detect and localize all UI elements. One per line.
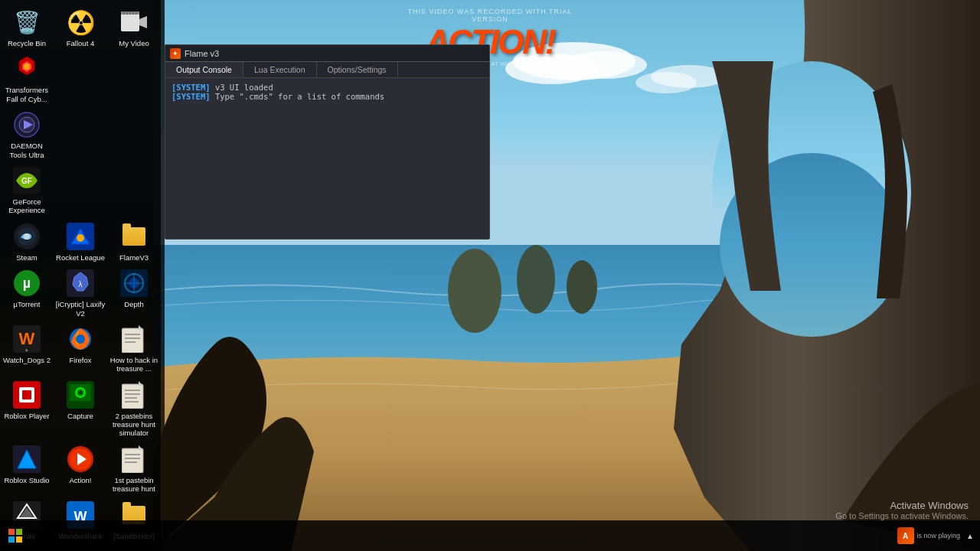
- svg-point-61: [78, 390, 83, 395]
- howtohack-icon[interactable]: How to hack in treasure ...: [107, 321, 161, 377]
- fallout4-label: Fallout 4: [67, 39, 94, 47]
- icon-row-3: DAEMON Tools Ultra: [0, 106, 161, 162]
- icon-row-4: GF GeForce Experience: [0, 162, 161, 218]
- console-line-1-text: v3 UI loaded: [215, 83, 273, 92]
- action-taskbar-label: is now playing: [917, 532, 961, 540]
- fallout4-icon[interactable]: ☢️ Fallout 4: [54, 4, 107, 51]
- taskbar-time-display: ▲: [966, 532, 974, 540]
- capture-label: Capture: [67, 412, 93, 420]
- svg-rect-73: [122, 448, 143, 473]
- svg-marker-59: [70, 401, 91, 404]
- capture-icon[interactable]: Capture: [54, 377, 107, 441]
- roblox-player-icon[interactable]: Roblox Player: [0, 377, 54, 441]
- rocket-league-icon[interactable]: Rocket League: [54, 218, 107, 265]
- flame-title-icon: ✦: [170, 48, 181, 59]
- icon-row-9: Roblox Studio Action!: [0, 441, 161, 497]
- start-button[interactable]: [0, 520, 31, 551]
- icryptic-icon[interactable]: λ [iCryptic] Laxify V2: [54, 265, 107, 321]
- activate-windows-subtitle: Go to Settings to activate Windows.: [835, 511, 969, 520]
- roblox-studio-icon[interactable]: Roblox Studio: [0, 441, 54, 497]
- 1stpastebin-icon[interactable]: 1st pastebin treasure hunt: [107, 441, 161, 497]
- svg-marker-15: [139, 16, 147, 28]
- flame-console: [SYSTEM] v3 UI loaded [SYSTEM] Type ".cm…: [165, 78, 489, 235]
- activate-windows-notice: Activate Windows Go to Settings to activ…: [835, 500, 969, 520]
- svg-point-7: [448, 249, 501, 333]
- svg-text:▴: ▴: [25, 347, 28, 352]
- action-taskbar-item: A is now playing: [897, 527, 961, 544]
- svg-rect-84: [16, 529, 22, 535]
- steam-label: Steam: [16, 253, 37, 262]
- icon-row-5: Steam Rocket League FlameV3: [0, 218, 161, 265]
- depth-icon[interactable]: Depth: [107, 265, 161, 321]
- svg-point-9: [567, 260, 597, 314]
- firefox-label: Firefox: [69, 356, 91, 364]
- svg-rect-13: [121, 13, 139, 31]
- sidebar: 🗑️ Recycle Bin ☢️ Fallout 4: [0, 0, 161, 551]
- daemon-tools-label: DAEMON Tools Ultra: [2, 142, 52, 159]
- flame-window: ✦ Flame v3 Output Console Lua Execution …: [165, 44, 490, 240]
- roblox-studio-label: Roblox Studio: [4, 476, 49, 484]
- trial-text: THIS VIDEO WAS RECORDED WITH TRIAL VERSI…: [398, 8, 582, 23]
- howtohack-label: How to hack in treasure ...: [109, 356, 159, 373]
- myvideo-icon[interactable]: My Video: [107, 4, 161, 51]
- watchdogs2-icon[interactable]: W ▴ Watch_Dogs 2: [0, 321, 54, 377]
- system-clock: ▲: [966, 532, 974, 540]
- flame-tabs: Output Console Lua Execution Options/Set…: [165, 62, 489, 78]
- console-line-1: [SYSTEM] v3 UI loaded: [172, 83, 483, 92]
- activate-windows-title: Activate Windows: [835, 500, 969, 511]
- flame-tab-options[interactable]: Options/Settings: [317, 62, 398, 77]
- taskbar-right: A is now playing ▲: [897, 527, 980, 544]
- firefox-icon[interactable]: Firefox: [54, 321, 107, 377]
- svg-rect-56: [22, 390, 31, 399]
- svg-point-47: [76, 334, 85, 344]
- steam-icon[interactable]: Steam: [0, 218, 54, 265]
- svg-point-34: [77, 234, 84, 242]
- svg-text:µ: µ: [23, 276, 31, 291]
- 2pastebins-label: 2 pastebins treasure hunt simulator: [109, 412, 159, 438]
- 1stpastebin-label: 1st pastebin treasure hunt: [109, 476, 159, 494]
- svg-rect-62: [122, 384, 143, 409]
- transformers-icon[interactable]: Transformers Fall of Cyb...: [0, 51, 54, 106]
- roblox-player-label: Roblox Player: [4, 412, 49, 420]
- geforce-label: GeForce Experience: [2, 197, 52, 215]
- svg-rect-85: [8, 536, 15, 543]
- svg-text:W: W: [19, 329, 35, 348]
- flame-tab-lua[interactable]: Lua Execution: [243, 62, 317, 77]
- svg-text:λ: λ: [79, 280, 83, 289]
- svg-marker-50: [139, 325, 143, 330]
- svg-point-5: [635, 72, 697, 93]
- utorrent-icon[interactable]: µ µTorrent: [0, 265, 54, 321]
- geforce-icon[interactable]: GF GeForce Experience: [0, 162, 54, 218]
- icon-row-6: µ µTorrent λ [iCryptic] Laxify V2: [0, 265, 161, 321]
- transformers-label: Transformers Fall of Cyb...: [2, 86, 52, 103]
- flame-title-bar: ✦ Flame v3: [165, 45, 489, 62]
- action-app-label: Action!: [69, 476, 91, 484]
- recycle-bin-label: Recycle Bin: [8, 39, 46, 47]
- svg-marker-63: [139, 381, 143, 386]
- rocket-league-label: Rocket League: [56, 253, 105, 262]
- myvideo-label: My Video: [119, 39, 149, 47]
- action-app-icon[interactable]: Action!: [54, 441, 107, 497]
- flamev3-label: FlameV3: [119, 253, 149, 262]
- flame-title-text: Flame v3: [185, 49, 219, 58]
- svg-rect-48: [122, 328, 143, 353]
- flamev3-folder-icon[interactable]: FlameV3: [107, 218, 161, 265]
- icon-row-7: W ▴ Watch_Dogs 2 Firefox: [0, 321, 161, 377]
- icon-row-1: 🗑️ Recycle Bin ☢️ Fallout 4: [0, 4, 161, 51]
- icon-row-2: Transformers Fall of Cyb...: [0, 51, 161, 106]
- taskbar: A is now playing ▲: [0, 520, 980, 551]
- console-line-2: [SYSTEM] Type ".cmds" for a list of comm…: [172, 92, 483, 101]
- depth-label: Depth: [124, 300, 143, 308]
- action-taskbar-icon: A: [897, 527, 914, 544]
- svg-point-8: [517, 245, 555, 314]
- 2pastebins-icon[interactable]: 2 pastebins treasure hunt simulator: [107, 377, 161, 441]
- console-line-2-text: Type ".cmds" for a list of commands: [215, 92, 384, 101]
- utorrent-label: µTorrent: [13, 300, 40, 308]
- icryptic-label: [iCryptic] Laxify V2: [55, 300, 106, 318]
- svg-point-23: [24, 64, 30, 70]
- svg-text:GF: GF: [21, 177, 32, 185]
- recycle-bin-icon[interactable]: 🗑️ Recycle Bin: [0, 4, 54, 51]
- daemon-tools-icon[interactable]: DAEMON Tools Ultra: [0, 106, 54, 162]
- flame-tab-output[interactable]: Output Console: [165, 62, 243, 77]
- icon-row-8: Roblox Player Capture: [0, 377, 161, 441]
